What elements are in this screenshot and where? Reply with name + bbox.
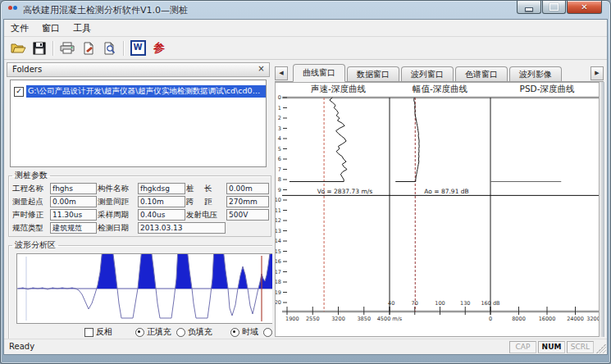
svg-text:12: 12 [276, 217, 281, 224]
svg-text:3200: 3200 [331, 316, 345, 322]
menu-bar: 文件 窗口 工具 [4, 20, 607, 37]
tab-bar: ◀ 曲线窗口 数据窗口 波列窗口 色谱窗口 波列影像 ▶ [275, 64, 604, 82]
param-label: 测量间距 [98, 197, 137, 207]
word-icon: W [130, 40, 146, 56]
folders-panel: Folders × ✓ G:\公司产品设计开发\超声仪器\超声仪实地检测数据调试… [5, 60, 271, 339]
depth-charts-area[interactable]: 01234567891011121314151617181920声速-深度曲线1… [275, 82, 600, 337]
voltage-field[interactable]: 500V [226, 209, 269, 221]
toolbar-separator [123, 41, 125, 56]
pile-params-group: 测桩参数 工程名称 fhghs 构件名称 fhgkdsg 桩 长 0.00m 测… [8, 170, 271, 237]
measure-start-field[interactable]: 0.00m [50, 196, 97, 207]
svg-text:70: 70 [412, 300, 418, 307]
depth-charts-svg: 01234567891011121314151617181920声速-深度曲线1… [276, 83, 600, 337]
code-type-select[interactable]: 建筑规范 [50, 222, 97, 234]
tab-curve-window[interactable]: 曲线窗口 [293, 64, 345, 82]
title-bar: 高铁建用混凝土检测分析软件V1.0—测桩 ✕ [1, 1, 610, 19]
minimize-button[interactable] [517, 1, 541, 14]
save-button[interactable] [30, 39, 49, 57]
svg-text:4: 4 [278, 135, 281, 142]
param-label: 检测日期 [98, 223, 137, 234]
svg-text:幅值-深度曲线: 幅值-深度曲线 [413, 84, 467, 93]
menu-window[interactable]: 窗口 [35, 20, 66, 36]
svg-text:声速-深度曲线: 声速-深度曲线 [311, 84, 366, 93]
svg-text:5: 5 [278, 146, 281, 152]
resize-grip[interactable] [596, 344, 606, 353]
time-domain-radio[interactable] [230, 328, 239, 337]
svg-text:3: 3 [278, 125, 281, 132]
tab-wavetrain-image[interactable]: 波列影像 [509, 66, 562, 81]
export-word-button[interactable]: W [128, 39, 148, 57]
svg-text:8000: 8000 [512, 316, 526, 322]
file-path-label[interactable]: G:\公司产品设计开发\超声仪器\超声仪实地检测数据调试\cd\cd03\cd0… [26, 85, 266, 98]
svg-text:16000: 16000 [539, 316, 556, 322]
svg-text:0: 0 [489, 316, 492, 322]
maximize-button[interactable] [542, 1, 566, 14]
svg-text:14: 14 [276, 238, 281, 244]
param-label: 跨 距 [186, 197, 226, 207]
component-name-field[interactable]: fhgkdsg [138, 183, 185, 194]
client-area: 文件 窗口 工具 W [3, 19, 608, 355]
file-checkbox[interactable]: ✓ [14, 87, 24, 97]
param-label: 测量起点 [12, 197, 49, 207]
svg-text:6: 6 [278, 156, 281, 162]
fill-negative-radio[interactable] [176, 328, 185, 337]
maximize-icon [549, 3, 559, 11]
folders-list: ✓ G:\公司产品设计开发\超声仪器\超声仪实地检测数据调试\cd\cd03\c… [10, 80, 267, 167]
open-button[interactable] [8, 39, 28, 57]
panel-edge-strip [600, 82, 604, 337]
freq-domain-radio[interactable] [263, 328, 272, 337]
print-preview-button[interactable] [100, 39, 120, 57]
tab-data-window[interactable]: 数据窗口 [347, 66, 399, 81]
svg-text:Ao = 87.91 dB: Ao = 87.91 dB [424, 188, 468, 195]
menu-tools[interactable]: 工具 [66, 20, 98, 36]
app-window: 高铁建用混凝土检测分析软件V1.0—测桩 ✕ 文件 窗口 工具 [0, 0, 611, 364]
fill-positive-label: 正填充 [147, 326, 171, 338]
svg-text:130: 130 [460, 300, 470, 307]
span-field[interactable]: 270mm [226, 196, 269, 207]
print-button[interactable] [57, 39, 77, 57]
status-bar: Ready CAP NUM SCRL [4, 339, 607, 354]
svg-text:24000: 24000 [567, 316, 584, 322]
svg-text:3850: 3850 [357, 316, 371, 322]
waveform-plot[interactable] [16, 253, 315, 324]
tab-scroll-right-button[interactable]: ▶ [590, 66, 604, 80]
fill-positive-radio[interactable] [135, 328, 144, 337]
svg-text:15: 15 [276, 248, 281, 255]
svg-text:100: 100 [435, 300, 445, 307]
test-date-field[interactable]: 2013.03.13 [138, 222, 226, 234]
svg-text:Vo = 2837.73 m/s: Vo = 2837.73 m/s [317, 188, 372, 195]
tab-spectrum-window[interactable]: 色谱窗口 [455, 66, 508, 81]
svg-text:PSD-深度曲线: PSD-深度曲线 [520, 84, 575, 93]
list-item[interactable]: ✓ G:\公司产品设计开发\超声仪器\超声仪实地检测数据调试\cd\cd03\c… [11, 85, 266, 98]
caps-lock-indicator: CAP [509, 341, 536, 353]
open-folder-icon [11, 42, 26, 54]
param-label: 桩 长 [186, 184, 226, 194]
project-name-field[interactable]: fhghs [50, 183, 97, 194]
svg-text:0: 0 [278, 94, 281, 101]
tab-scroll-left-button[interactable]: ◀ [275, 66, 288, 80]
svg-text:160 dB: 160 dB [481, 300, 499, 307]
menu-file[interactable]: 文件 [4, 20, 35, 36]
close-icon: ✕ [581, 2, 587, 13]
invert-checkbox[interactable] [84, 328, 93, 337]
sample-period-field[interactable]: 0.40us [138, 209, 185, 221]
status-ready-text: Ready [9, 342, 34, 351]
page-setup-icon [82, 42, 95, 55]
window-title: 高铁建用混凝土检测分析软件V1.0—测桩 [23, 4, 188, 16]
svg-text:2550: 2550 [306, 316, 320, 322]
parameters-button[interactable]: 参 [149, 39, 169, 57]
tab-wavetrain-window[interactable]: 波列窗口 [401, 66, 454, 81]
pile-length-field[interactable]: 0.00m [226, 183, 269, 194]
folders-close-button[interactable]: × [256, 64, 267, 75]
waveform-analysis-title: 波形分析区 [12, 239, 58, 251]
close-button[interactable]: ✕ [567, 1, 602, 14]
print-setup-button[interactable] [79, 39, 98, 57]
measure-spacing-field[interactable]: 0.10m [138, 196, 185, 207]
param-label: 工程名称 [12, 184, 49, 194]
svg-text:4500 m/s: 4500 m/s [377, 316, 403, 322]
time-correction-field[interactable]: 11.30us [50, 209, 97, 221]
invert-label: 反相 [96, 326, 112, 338]
svg-text:1900: 1900 [285, 316, 299, 322]
printer-icon [60, 42, 75, 54]
svg-text:20: 20 [276, 299, 281, 306]
